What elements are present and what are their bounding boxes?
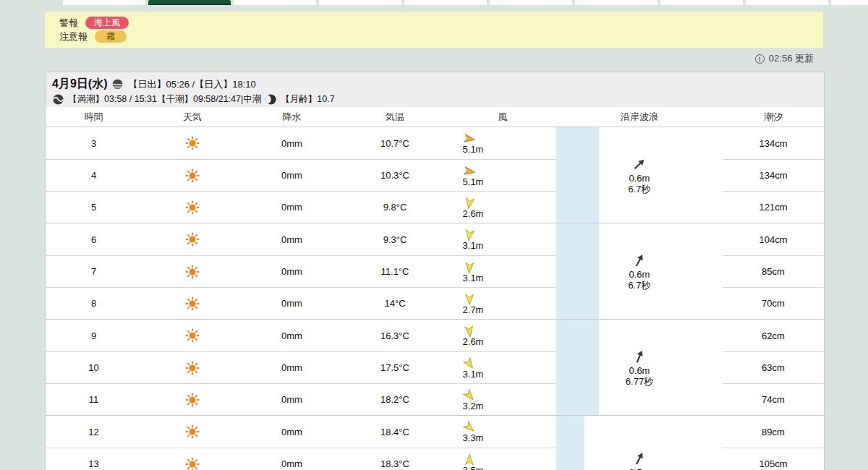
tide-column: 134cm134cm121cm: [723, 127, 824, 223]
tab-7[interactable]: [575, 0, 658, 5]
weather-cell: [142, 191, 243, 223]
wind-direction-icon: [462, 195, 477, 210]
wave-height: 0.6m: [629, 269, 650, 280]
alert-banner: 警報 海上風 注意報 霜: [45, 12, 823, 48]
warning-badge[interactable]: 海上風: [85, 17, 129, 29]
forecast-group: 9 0mm16.3°C 2.6m10 0mm17.5°C 3.1: [46, 320, 824, 416]
coastal-wave-cell: 0.6m 6.7秒: [556, 127, 723, 223]
wind-direction-icon: [462, 132, 477, 147]
sunny-icon: [185, 168, 200, 183]
weather-cell: [142, 320, 243, 351]
wind-cell: 3.1m: [449, 351, 556, 383]
weather-cell: [142, 159, 243, 191]
wave-height-bar: [556, 223, 599, 319]
update-time: ! 02:56 更新: [755, 52, 814, 65]
wave-height: 0.6m: [629, 365, 650, 376]
wind-speed: 3.1m: [463, 273, 484, 283]
tide-column: 89cm105cm: [723, 416, 824, 470]
tide-cell: 134cm: [723, 159, 824, 191]
precip-cell: 0mm: [243, 159, 341, 191]
tab-5[interactable]: [404, 0, 487, 5]
tide-icon: [52, 93, 64, 106]
wave-direction-icon: [628, 345, 650, 367]
wave-period: 6.7秒: [628, 184, 650, 195]
tide-cell: 121cm: [723, 191, 824, 223]
time-cell: 9: [46, 320, 142, 351]
wind-direction-icon: [462, 228, 477, 242]
precip-cell: 0mm: [243, 320, 341, 351]
wind-cell: 3.3m: [449, 416, 556, 448]
weather-cell: [142, 127, 243, 159]
tide-cell: 134cm: [723, 127, 824, 159]
precip-cell: 0mm: [243, 223, 341, 255]
temp-cell: 18.2°C: [341, 383, 449, 415]
temp-cell: 9.8°C: [341, 191, 449, 223]
sunny-icon: [185, 200, 200, 215]
temp-cell: 11.1°C: [341, 255, 449, 287]
wind-direction-icon: [462, 324, 477, 338]
tab-1[interactable]: [63, 0, 145, 5]
tab-8[interactable]: [660, 0, 743, 5]
wave-period: 6.77秒: [626, 376, 653, 387]
weather-cell: [142, 255, 243, 287]
tab-10[interactable]: [831, 0, 868, 5]
tab-4[interactable]: [319, 0, 401, 5]
tab-6[interactable]: [490, 0, 572, 5]
wind-speed: 3.2m: [463, 401, 484, 411]
forecast-rows: 12 0mm18.4°C 3.3m13 0mm18.3°C 3.: [46, 416, 556, 470]
wind-speed: 3.1m: [463, 241, 484, 250]
col-header-time: 時間: [46, 111, 142, 124]
forecast-card: 4月9日(水) 【日出】05:26 /【日入】18:10 【満潮】03:58 /…: [45, 72, 825, 470]
weather-cell: [142, 351, 243, 383]
precip-cell: 0mm: [243, 351, 341, 383]
precip-cell: 0mm: [243, 383, 341, 415]
tide-times-info: 【満潮】03:58 / 15:31【干潮】09:58/21:47|中潮: [68, 93, 261, 106]
wind-direction-icon: [462, 163, 477, 179]
wind-speed: 2.6m: [463, 337, 484, 346]
time-cell: 8: [46, 287, 142, 319]
time-cell: 7: [46, 255, 142, 287]
tab-9[interactable]: [746, 0, 828, 5]
precip-cell: 0mm: [243, 255, 341, 287]
col-header-wave: 沿岸波浪: [556, 111, 723, 124]
col-header-weather: 天気: [142, 111, 243, 124]
tide-cell: 89cm: [723, 416, 824, 448]
tide-cell: 63cm: [723, 351, 824, 383]
temp-cell: 10.7°C: [341, 127, 449, 159]
wind-cell: 2.7m: [449, 287, 556, 319]
coastal-wave-cell: 0.5m: [556, 416, 723, 470]
forecast-group: 3 0mm10.7°C 5.1m4 0mm10.3°C 5.1m: [46, 127, 824, 223]
tide-cell: 62cm: [723, 320, 824, 351]
tab-2[interactable]: [148, 0, 231, 5]
wind-cell: 5.1m: [449, 159, 556, 191]
col-header-tide: 潮汐: [723, 111, 824, 124]
date-header: 4月9日(水) 【日出】05:26 /【日入】18:10 【満潮】03:58 /…: [46, 72, 824, 107]
tide-cell: 70cm: [723, 287, 824, 319]
time-cell: 13: [46, 448, 142, 470]
coastal-wave-cell: 0.6m 6.77秒: [556, 320, 723, 415]
weather-cell: [142, 448, 243, 470]
date-title: 4月9日(水): [52, 77, 107, 92]
moon-icon: [265, 93, 277, 106]
precip-cell: 0mm: [243, 416, 341, 448]
time-cell: 12: [46, 416, 142, 448]
precip-cell: 0mm: [243, 191, 341, 223]
time-cell: 11: [46, 383, 142, 415]
wave-height-bar: [556, 127, 599, 223]
forecast-table: 3 0mm10.7°C 5.1m4 0mm10.3°C 5.1m: [46, 127, 824, 470]
tab-3[interactable]: [234, 0, 316, 5]
time-cell: 4: [46, 159, 142, 191]
temp-cell: 16.3°C: [341, 320, 449, 351]
sunny-icon: [185, 361, 200, 375]
update-time-text: 02:56 更新: [769, 52, 814, 65]
temp-cell: 18.4°C: [341, 416, 449, 448]
precip-cell: 0mm: [243, 127, 341, 159]
advisory-badge[interactable]: 霜: [95, 30, 127, 43]
update-info-icon: !: [755, 54, 765, 64]
forecast-rows: 6 0mm9.3°C 3.1m7 0mm11.1°C 3.1m8: [46, 223, 556, 319]
wind-cell: 3.5m: [449, 448, 556, 470]
temp-cell: 9.3°C: [341, 223, 449, 255]
table-header-row: 時間 天気 降水 気温 風 沿岸波浪 潮汐: [46, 107, 824, 127]
precip-cell: 0mm: [243, 287, 341, 319]
wave-period: 6.7秒: [628, 280, 650, 291]
